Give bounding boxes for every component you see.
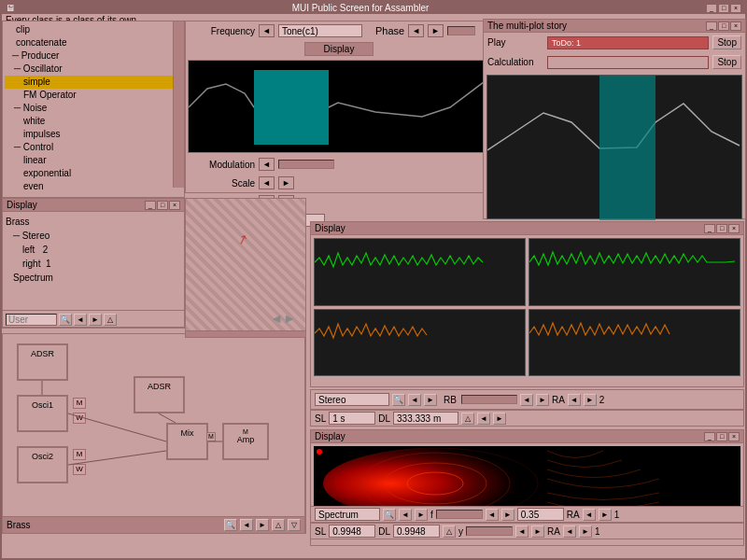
close-btn[interactable]: × xyxy=(730,4,741,13)
tone-field[interactable]: Tone(c1) xyxy=(278,24,362,37)
mod-btn[interactable]: ◄ xyxy=(259,158,275,171)
tree-item-oscillator[interactable]: ─ Oscillator xyxy=(5,63,182,76)
spectrum-field[interactable]: Spectrum xyxy=(315,508,380,521)
w1-btn[interactable]: W xyxy=(73,413,86,424)
minimize-btn[interactable]: _ xyxy=(706,4,717,13)
maximize-btn[interactable]: □ xyxy=(718,4,729,13)
tree-item-producer[interactable]: ─ Producer xyxy=(5,49,182,63)
tree-item-noise[interactable]: ─ Noise xyxy=(5,102,182,115)
user-search[interactable] xyxy=(6,314,57,326)
m1-btn[interactable]: M xyxy=(73,398,86,409)
dp-tool1[interactable]: ◄ xyxy=(74,314,87,326)
sp-max-btn[interactable]: □ xyxy=(716,432,727,441)
stereo-dr-btn[interactable]: ► xyxy=(536,394,549,406)
stereo-ra-right[interactable]: ► xyxy=(584,394,597,406)
stereo-field[interactable]: Stereo xyxy=(315,393,389,406)
tree-item-white[interactable]: white xyxy=(5,115,182,128)
dl-up-btn[interactable]: △ xyxy=(461,413,474,425)
wf-max-btn[interactable]: □ xyxy=(716,224,727,233)
phase-right-btn[interactable]: ► xyxy=(428,24,444,37)
tree-item-fm[interactable]: FM Operator xyxy=(5,89,182,102)
sp-right-btn[interactable]: ► xyxy=(415,509,428,521)
dl-field[interactable]: 333.333 m xyxy=(393,412,458,425)
sp-ra-right[interactable]: ► xyxy=(599,509,612,521)
sp-y-right[interactable]: ► xyxy=(531,525,544,538)
phase-left-btn[interactable]: ◄ xyxy=(408,24,424,37)
tree-item-control[interactable]: ─ Control xyxy=(5,141,182,154)
sp-f-slider[interactable] xyxy=(436,510,483,519)
phase-slider[interactable] xyxy=(447,26,475,35)
dl-btn2[interactable]: ◄ xyxy=(477,413,490,425)
sp-dl-field[interactable]: 0.9948 xyxy=(393,525,440,538)
sp-dl-btn[interactable]: △ xyxy=(443,525,456,538)
scale-right-btn[interactable]: ► xyxy=(278,176,294,189)
tree-item-linear[interactable]: linear xyxy=(5,154,182,167)
sp-min-btn[interactable]: _ xyxy=(704,432,715,441)
mp-max-btn[interactable]: □ xyxy=(718,21,729,31)
stereo-left-btn[interactable]: ◄ xyxy=(408,394,421,406)
middle-scrollbar[interactable] xyxy=(185,330,306,338)
dl-btn3[interactable]: ► xyxy=(493,413,506,425)
tree-item-impulses[interactable]: impulses xyxy=(5,128,182,141)
dp-min-btn[interactable]: _ xyxy=(145,201,156,210)
sp-rb-left[interactable]: ◄ xyxy=(486,509,499,521)
synth-btn1[interactable]: ◄ xyxy=(240,519,253,531)
stereo-dl-btn[interactable]: ◄ xyxy=(520,394,533,406)
dt-stereo[interactable]: ─ Stereo xyxy=(6,229,181,243)
dt-spectrum[interactable]: Spectrum xyxy=(6,271,181,285)
freq-down-btn[interactable]: ◄ xyxy=(259,24,275,37)
stereo-slider1[interactable] xyxy=(461,395,517,404)
adsr2-box[interactable]: ADSR xyxy=(134,376,185,413)
sp-ra2-left[interactable]: ◄ xyxy=(563,525,576,538)
dp-tool3[interactable]: △ xyxy=(104,314,117,326)
synth-btn4[interactable]: ▽ xyxy=(288,519,301,531)
dp-max-btn[interactable]: □ xyxy=(157,201,168,210)
synth-btn2[interactable]: ► xyxy=(256,519,269,531)
play-stop-btn[interactable]: Stop xyxy=(712,35,741,49)
tree-item-concatenate[interactable]: concatenate xyxy=(5,36,182,49)
sp-rb-val[interactable]: 0.35 xyxy=(517,508,564,521)
sp-rb-right[interactable]: ► xyxy=(501,509,514,521)
tree-item-clip[interactable]: clip xyxy=(5,23,182,36)
stereo-ra-left[interactable]: ◄ xyxy=(568,394,581,406)
dp-close-btn[interactable]: × xyxy=(169,201,180,210)
tree-item-even[interactable]: even xyxy=(5,180,182,193)
osci2-box[interactable]: Osci2 xyxy=(17,446,68,483)
tree-item-simple[interactable]: simple xyxy=(5,76,182,89)
synth-btn3[interactable]: △ xyxy=(272,519,285,531)
dt-left[interactable]: left 2 xyxy=(6,243,181,257)
sp-close-btn[interactable]: × xyxy=(728,432,740,441)
mix-box[interactable]: Mix M xyxy=(166,423,208,460)
sp-sl-field[interactable]: 0.9948 xyxy=(329,525,375,538)
stereo-right-btn[interactable]: ► xyxy=(424,394,437,406)
scale-left-btn[interactable]: ◄ xyxy=(259,176,275,189)
mp-close-btn[interactable]: × xyxy=(730,21,741,31)
sp-y-slider[interactable] xyxy=(466,526,513,536)
mp-min-btn[interactable]: _ xyxy=(706,21,717,31)
sp-ra-left[interactable]: ◄ xyxy=(583,509,596,521)
osci1-box[interactable]: Osci1 xyxy=(17,395,68,432)
sp-search-btn[interactable]: 🔍 xyxy=(383,509,396,521)
sp-ra2-right[interactable]: ► xyxy=(579,525,592,538)
amp-box[interactable]: M Amp xyxy=(222,423,269,460)
wf-min-btn[interactable]: _ xyxy=(704,224,715,233)
tree-panel[interactable]: clip concatenate ─ Producer ─ Oscillator… xyxy=(2,21,185,198)
dp-tool2[interactable]: ► xyxy=(89,314,102,326)
adsr1-box[interactable]: ADSR xyxy=(17,343,68,381)
sp-y-left[interactable]: ◄ xyxy=(515,525,529,538)
w2-btn[interactable]: W xyxy=(73,464,86,475)
sl-field[interactable]: 1 s xyxy=(329,412,375,425)
wf-close-btn[interactable]: × xyxy=(728,224,740,233)
stereo-search-btn[interactable]: 🔍 xyxy=(392,394,405,406)
search-btn[interactable]: 🔍 xyxy=(59,314,72,326)
dt-right[interactable]: right 1 xyxy=(6,257,181,271)
m2-btn[interactable]: M xyxy=(73,449,86,460)
tree-scrollbar[interactable] xyxy=(173,21,184,188)
tree-item-exponential[interactable]: exponential xyxy=(5,167,182,180)
play-label: Play xyxy=(487,37,543,48)
sp-left-btn[interactable]: ◄ xyxy=(399,509,412,521)
synth-search-btn[interactable]: 🔍 xyxy=(224,519,237,531)
mod-slider[interactable] xyxy=(278,160,334,169)
calc-stop-btn[interactable]: Stop xyxy=(712,55,741,69)
dt-brass[interactable]: Brass xyxy=(6,215,181,229)
